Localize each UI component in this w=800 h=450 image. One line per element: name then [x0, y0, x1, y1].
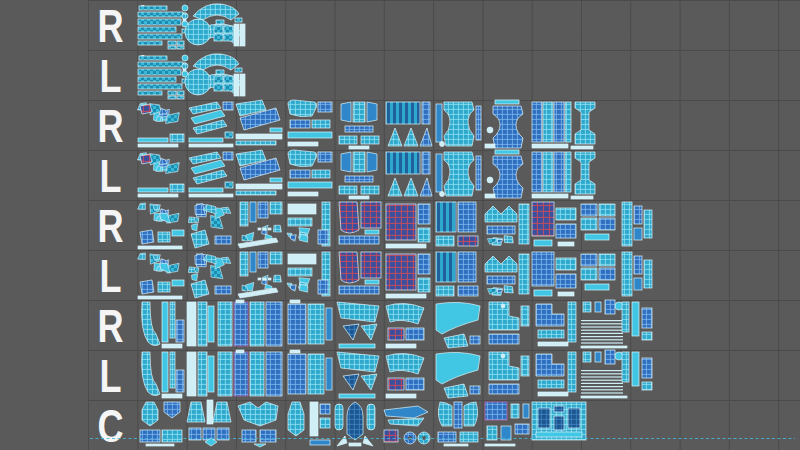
pattern-piece-tallStrips[interactable] — [187, 302, 214, 346]
row-label-l-7: L — [99, 350, 121, 403]
pattern-piece-stripedDarts[interactable] — [386, 102, 432, 146]
uv-editor-canvas[interactable]: RT ◃LT ◃RLRLRLC — [0, 0, 800, 450]
row-label-l-3: L — [99, 150, 121, 203]
pattern-piece-roboFace[interactable] — [532, 402, 586, 440]
pattern-piece-circle[interactable] — [185, 69, 211, 95]
row-label-r-6: R — [97, 300, 123, 353]
row-label-r-0: R — [97, 0, 123, 52]
row-label-l-5: L — [99, 250, 121, 303]
row-label-l-1: L — [99, 50, 121, 103]
pattern-piece-gridCols[interactable] — [532, 152, 571, 198]
pattern-piece-gridCols[interactable] — [532, 102, 571, 148]
pattern-piece-circle[interactable] — [185, 19, 211, 45]
row-label-c-8: C — [97, 400, 123, 450]
uv-editor-viewport: RT ◃LT ◃RLRLRLC — [0, 0, 800, 450]
row-label-r-2: R — [97, 100, 123, 153]
pattern-piece-stripedDarts[interactable] — [386, 152, 432, 196]
row-label-r-4: R — [97, 200, 123, 253]
pattern-piece-tallStrips[interactable] — [187, 352, 214, 396]
pattern-piece-vPanels3[interactable] — [218, 350, 282, 396]
pattern-piece-vPanels3[interactable] — [218, 300, 282, 346]
